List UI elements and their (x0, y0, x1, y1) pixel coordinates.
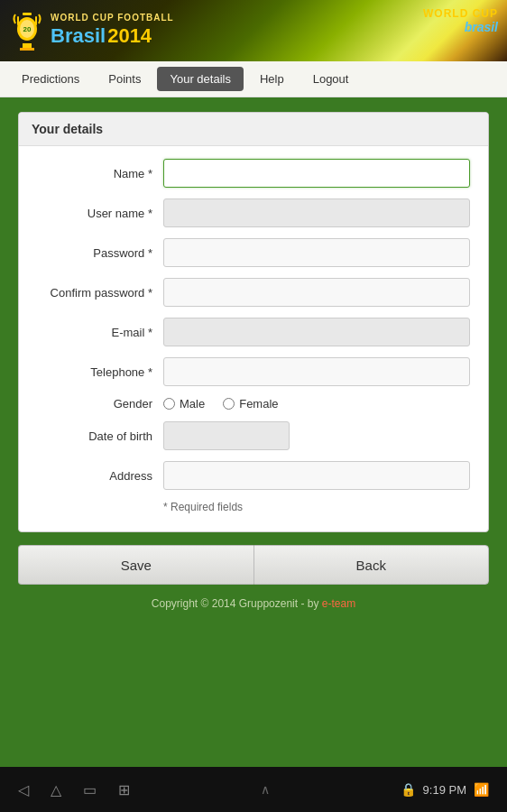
svg-text:20: 20 (23, 25, 32, 33)
navbar: Predictions Points Your details Help Log… (0, 61, 507, 97)
copyright-text: Copyright © 2014 Gruppozenit - by (152, 597, 322, 610)
dob-row: Date of birth (37, 421, 470, 450)
gender-label: Gender (37, 397, 163, 411)
content-area: Your details Name * User name * Password… (0, 97, 507, 783)
android-up-icon[interactable]: ∧ (261, 782, 270, 797)
password-row: Password * (37, 238, 470, 267)
header-right-branding: WORLD CUP brasil (423, 7, 498, 35)
svg-rect-1 (20, 48, 34, 51)
telephone-label: Telephone * (37, 365, 163, 379)
nav-help[interactable]: Help (247, 67, 297, 91)
confirm-password-label: Confirm password * (37, 286, 163, 300)
svg-rect-6 (23, 13, 32, 15)
android-status-bar: 🔒 9:19 PM 📶 (401, 782, 489, 797)
password-label: Password * (37, 246, 163, 260)
username-label: User name * (37, 207, 163, 220)
trophy-icon: 20 (11, 9, 43, 52)
header-year: 2014 (107, 23, 152, 50)
android-nav-icons: ◁ △ ▭ ⊞ (18, 781, 130, 798)
name-input[interactable] (163, 159, 470, 188)
name-label: Name * (37, 167, 163, 180)
gender-row: Gender Male Female (37, 397, 470, 411)
svg-rect-0 (23, 43, 32, 48)
copyright-link[interactable]: e-team (322, 597, 355, 610)
gender-male-radio[interactable] (163, 398, 175, 410)
header-tagline: WORLD CUP FOOTBALL (51, 12, 174, 23)
telephone-input[interactable] (163, 357, 470, 386)
required-note: * Required fields (37, 501, 470, 513)
android-time: 9:19 PM (423, 783, 466, 797)
header-brand: Brasil (51, 23, 106, 50)
header-logo: 20 WORLD CUP FOOTBALL Brasil 2014 (11, 9, 174, 52)
header-right-line2: brasil (423, 20, 498, 35)
android-qr-icon[interactable]: ⊞ (118, 781, 130, 798)
confirm-password-input[interactable] (163, 278, 470, 307)
form-title: Your details (19, 113, 488, 146)
telephone-row: Telephone * (37, 357, 470, 386)
android-back-icon[interactable]: ◁ (18, 781, 29, 798)
gender-male-label: Male (180, 397, 205, 411)
svg-rect-5 (35, 16, 37, 25)
nav-logout[interactable]: Logout (300, 67, 362, 91)
nav-points[interactable]: Points (96, 67, 153, 91)
gender-options: Male Female (163, 397, 279, 411)
nav-predictions[interactable]: Predictions (9, 67, 92, 91)
header-brand-text: WORLD CUP FOOTBALL Brasil 2014 (51, 12, 174, 50)
save-button[interactable]: Save (18, 545, 254, 585)
gender-male-option[interactable]: Male (163, 397, 205, 411)
copyright: Copyright © 2014 Gruppozenit - by e-team (18, 597, 489, 610)
address-label: Address (37, 469, 163, 483)
android-recents-icon[interactable]: ▭ (83, 781, 97, 798)
header: 20 WORLD CUP FOOTBALL Brasil 2014 WORLD … (0, 0, 507, 61)
gender-female-radio[interactable] (223, 398, 235, 410)
gender-female-label: Female (239, 397, 278, 411)
address-input[interactable] (163, 461, 470, 490)
name-row: Name * (37, 159, 470, 188)
button-row: Save Back (18, 545, 489, 585)
gender-female-option[interactable]: Female (223, 397, 278, 411)
password-input[interactable] (163, 238, 470, 267)
android-bar: ◁ △ ▭ ⊞ ∧ 🔒 9:19 PM 📶 (0, 767, 507, 812)
username-row: User name * (37, 198, 470, 227)
android-lock-icon: 🔒 (401, 782, 416, 797)
svg-rect-4 (17, 16, 19, 25)
email-row: E-mail * (37, 318, 470, 346)
form-card: Your details Name * User name * Password… (18, 112, 489, 532)
nav-your-details[interactable]: Your details (157, 67, 243, 91)
form-body: Name * User name * Password * Confirm pa… (19, 146, 488, 531)
header-right-line1: WORLD CUP (423, 7, 498, 20)
android-home-icon[interactable]: △ (51, 781, 61, 798)
dob-label: Date of birth (37, 429, 163, 443)
address-row: Address (37, 461, 470, 490)
email-label: E-mail * (37, 326, 163, 339)
dob-input[interactable] (163, 421, 290, 450)
confirm-password-row: Confirm password * (37, 278, 470, 307)
android-wifi-icon: 📶 (474, 782, 489, 797)
back-button[interactable]: Back (254, 545, 490, 585)
username-input[interactable] (163, 198, 470, 227)
android-up-area: ∧ (130, 782, 401, 797)
email-input[interactable] (163, 318, 470, 346)
